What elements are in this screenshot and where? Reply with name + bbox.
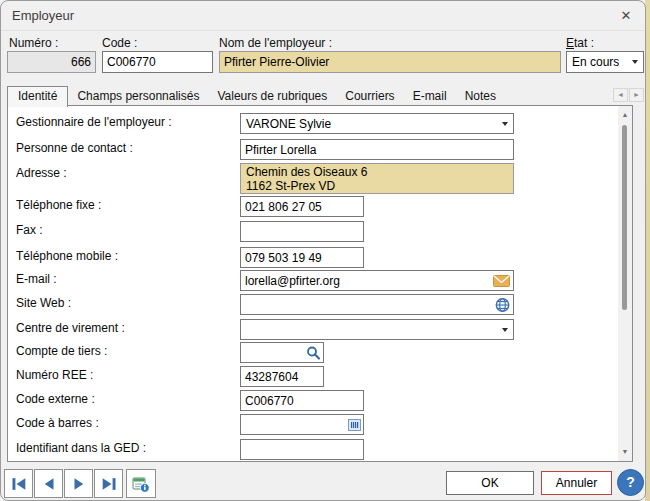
telephone-mobile-field[interactable]: [240, 247, 364, 268]
code-externe-field[interactable]: [240, 390, 364, 411]
code-field[interactable]: [102, 51, 213, 73]
code-barres-field[interactable]: [240, 414, 364, 435]
etat-label-rest: tat :: [574, 36, 594, 50]
nav-first-button[interactable]: [4, 469, 33, 498]
numero-ree-label: Numéro REE :: [16, 368, 93, 382]
gestionnaire-selected-value: VARONE Sylvie: [246, 117, 331, 131]
tab-scroll-left-icon[interactable]: ◄: [613, 88, 628, 102]
cancel-button[interactable]: Annuler: [541, 471, 612, 495]
etat-label-mnemonic: E: [566, 36, 574, 50]
tab-courriers[interactable]: Courriers: [336, 86, 403, 106]
etat-selected-value: En cours: [572, 55, 619, 69]
first-record-icon: [10, 475, 28, 493]
chevron-down-icon: [502, 122, 508, 126]
identifiant-ged-label: Identifiant dans la GED :: [16, 441, 146, 455]
fax-field[interactable]: [240, 221, 364, 242]
code-label: Code :: [102, 36, 137, 50]
record-info-icon: [132, 475, 150, 493]
nav-last-button[interactable]: [94, 469, 123, 498]
numero-field: [7, 51, 96, 73]
centre-virement-select[interactable]: [240, 319, 514, 340]
tab-valeurs-de-rubriques[interactable]: Valeurs de rubriques: [208, 86, 336, 106]
adresse-label: Adresse :: [16, 166, 67, 180]
gestionnaire-select[interactable]: VARONE Sylvie: [240, 113, 514, 134]
last-record-icon: [100, 475, 118, 493]
compte-tiers-label: Compte de tiers :: [16, 344, 107, 358]
employer-name-field[interactable]: [219, 51, 561, 73]
code-externe-label: Code externe :: [16, 392, 95, 406]
scroll-down-icon[interactable]: ▼: [618, 445, 632, 459]
vertical-scrollbar[interactable]: ▲ ▼: [618, 106, 632, 461]
next-record-icon: [70, 475, 88, 493]
telephone-fixe-field[interactable]: [240, 196, 364, 217]
telephone-mobile-label: Téléphone mobile :: [16, 249, 118, 263]
envelope-icon[interactable]: [493, 275, 510, 287]
gestionnaire-label: Gestionnaire de l'employeur :: [16, 115, 172, 129]
contact-field[interactable]: [240, 139, 514, 160]
chevron-down-icon: [632, 60, 638, 64]
etat-select[interactable]: En cours: [566, 51, 644, 73]
scrollbar-thumb[interactable]: [622, 125, 627, 310]
contact-label: Personne de contact :: [16, 141, 133, 155]
globe-icon[interactable]: [495, 297, 510, 312]
scroll-up-icon[interactable]: ▲: [618, 108, 632, 122]
site-web-label: Site Web :: [16, 296, 71, 310]
email-label: E-mail :: [16, 272, 57, 286]
numero-label: Numéro :: [9, 36, 58, 50]
nav-previous-button[interactable]: [34, 469, 63, 498]
telephone-fixe-label: Téléphone fixe :: [16, 198, 101, 212]
etat-label: Etat :: [566, 36, 594, 50]
tab-scroll-right-icon[interactable]: ►: [629, 88, 644, 102]
employer-name-label: Nom de l'employeur :: [219, 36, 332, 50]
dialog-title: Employeur: [12, 8, 74, 23]
chevron-down-icon: [502, 328, 508, 332]
title-bar: Employeur ✕: [1, 1, 645, 31]
nav-next-button[interactable]: [64, 469, 93, 498]
code-barres-label: Code à barres :: [16, 416, 99, 430]
site-web-field[interactable]: [240, 294, 514, 315]
tab-champs-personnalises[interactable]: Champs personnalisés: [68, 86, 208, 106]
tab-identite[interactable]: Identité: [7, 86, 68, 107]
tab-email[interactable]: E-mail: [404, 86, 456, 106]
tab-notes[interactable]: Notes: [456, 86, 505, 106]
employer-dialog: Employeur ✕ Numéro : Code : Nom de l'emp…: [0, 0, 646, 501]
identifiant-ged-field[interactable]: [240, 439, 364, 460]
record-info-button[interactable]: [126, 469, 156, 498]
adresse-line-1: Chemin des Oiseaux 6: [246, 165, 508, 179]
barcode-icon[interactable]: [348, 419, 361, 431]
ok-button[interactable]: OK: [446, 471, 534, 495]
fax-label: Fax :: [16, 223, 43, 237]
numero-ree-field[interactable]: [240, 366, 324, 387]
centre-virement-label: Centre de virement :: [16, 321, 125, 335]
email-field[interactable]: [240, 270, 514, 291]
tab-strip: Identité Champs personnalisés Valeurs de…: [7, 85, 505, 106]
adresse-field[interactable]: Chemin des Oiseaux 6 1162 St-Prex VD: [240, 163, 514, 194]
previous-record-icon: [40, 475, 58, 493]
adresse-line-2: 1162 St-Prex VD: [246, 179, 508, 193]
close-icon[interactable]: ✕: [616, 6, 636, 26]
identite-tab-panel: Gestionnaire de l'employeur : VARONE Syl…: [7, 105, 633, 462]
magnifier-icon[interactable]: [306, 345, 321, 360]
help-button[interactable]: ?: [617, 469, 644, 496]
